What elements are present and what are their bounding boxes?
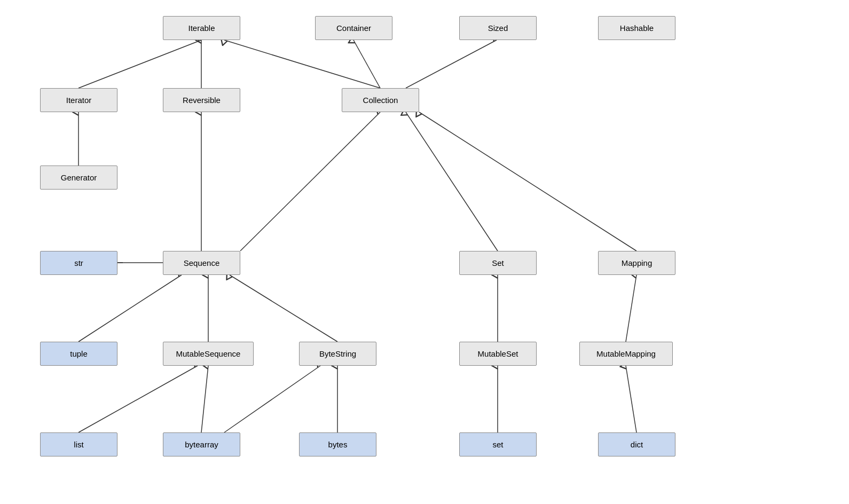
svg-line-16: [626, 275, 636, 342]
node-tuple: tuple: [40, 342, 117, 366]
svg-line-18: [201, 366, 208, 432]
node-collection: Collection: [342, 88, 419, 112]
node-dict: dict: [598, 432, 675, 456]
svg-line-19: [224, 366, 320, 432]
node-mapping: Mapping: [598, 251, 675, 275]
svg-line-12: [78, 275, 182, 342]
node-set-concrete: set: [459, 432, 537, 456]
svg-line-2: [224, 40, 380, 88]
node-sized: Sized: [459, 16, 537, 40]
arrows-svg: [0, 0, 849, 504]
node-set: Set: [459, 251, 537, 275]
node-sequence: Sequence: [163, 251, 240, 275]
node-bytestring: ByteString: [299, 342, 376, 366]
node-bytes: bytes: [299, 432, 376, 456]
node-list: list: [40, 432, 117, 456]
node-generator: Generator: [40, 166, 117, 190]
node-mutablemapping: MutableMapping: [579, 342, 673, 366]
node-hashable: Hashable: [598, 16, 675, 40]
svg-line-8: [406, 112, 498, 251]
svg-line-22: [626, 366, 636, 432]
svg-line-7: [240, 112, 380, 251]
svg-line-4: [406, 40, 497, 88]
svg-line-0: [78, 40, 201, 88]
node-container: Container: [315, 16, 392, 40]
node-bytearray: bytearray: [163, 432, 240, 456]
node-iterator: Iterator: [40, 88, 117, 112]
node-reversible: Reversible: [163, 88, 240, 112]
node-mutableset: MutableSet: [459, 342, 537, 366]
node-iterable: Iterable: [163, 16, 240, 40]
node-mutablesequence: MutableSequence: [163, 342, 254, 366]
svg-line-3: [353, 40, 380, 88]
diagram-container: Iterable Container Sized Hashable Iterat…: [0, 0, 849, 504]
svg-line-14: [230, 275, 337, 342]
node-str: str: [40, 251, 117, 275]
svg-line-9: [419, 112, 636, 251]
svg-line-17: [78, 366, 198, 432]
